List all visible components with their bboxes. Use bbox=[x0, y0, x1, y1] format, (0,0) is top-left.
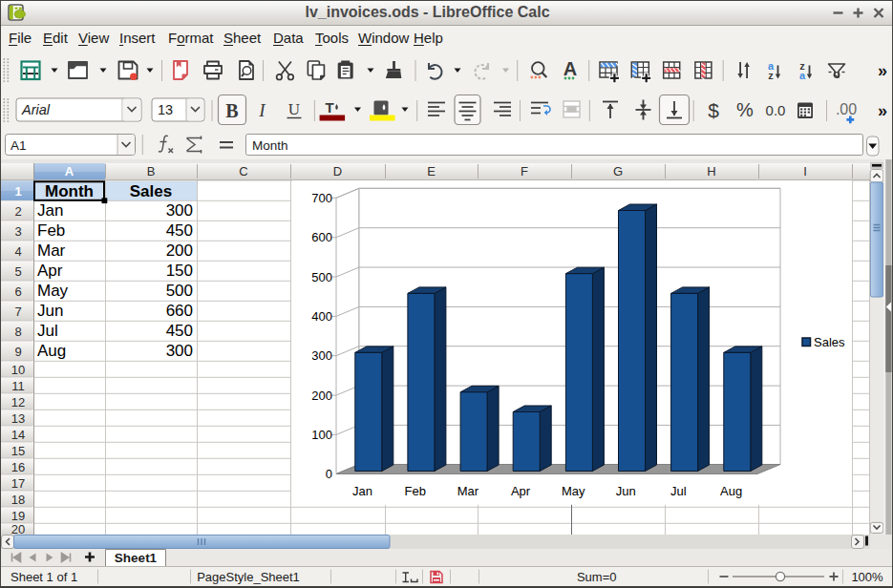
svg-text:20: 20 bbox=[11, 522, 25, 536]
svg-text:F: F bbox=[521, 164, 528, 178]
svg-text:Sales: Sales bbox=[814, 335, 845, 349]
svg-text:Jul: Jul bbox=[670, 484, 687, 498]
svg-text:Aug: Aug bbox=[37, 342, 66, 360]
svg-text:I: I bbox=[803, 164, 807, 178]
svg-text:Jun: Jun bbox=[616, 484, 636, 498]
svg-text:200: 200 bbox=[311, 388, 332, 403]
svg-text:300: 300 bbox=[166, 342, 193, 360]
svg-text:Mar: Mar bbox=[37, 242, 66, 260]
svg-text:Arial: Arial bbox=[21, 102, 51, 117]
svg-text:»: » bbox=[878, 101, 887, 120]
svg-text:a: a bbox=[799, 70, 806, 81]
svg-text:5: 5 bbox=[14, 264, 21, 279]
svg-text:660: 660 bbox=[166, 302, 193, 320]
svg-text:A: A bbox=[65, 164, 74, 178]
svg-text:Sum=0: Sum=0 bbox=[577, 570, 617, 584]
svg-text:I: I bbox=[258, 100, 266, 120]
svg-text:E: E bbox=[427, 164, 436, 178]
svg-text:Sheet1: Sheet1 bbox=[115, 551, 158, 565]
svg-text:17: 17 bbox=[11, 476, 25, 491]
svg-text:18: 18 bbox=[11, 493, 25, 507]
svg-text:Jul: Jul bbox=[37, 322, 58, 340]
svg-text:100: 100 bbox=[311, 428, 332, 442]
svg-text:4: 4 bbox=[14, 244, 21, 259]
svg-text:15: 15 bbox=[11, 444, 25, 458]
svg-text:450: 450 bbox=[166, 322, 193, 340]
svg-text:400: 400 bbox=[311, 309, 332, 324]
svg-text:Jan: Jan bbox=[352, 484, 372, 498]
svg-text:Jan: Jan bbox=[37, 201, 63, 220]
svg-text:Month: Month bbox=[252, 138, 288, 153]
svg-text:16: 16 bbox=[11, 460, 25, 474]
svg-text:Feb: Feb bbox=[404, 484, 425, 498]
svg-text:2: 2 bbox=[14, 204, 21, 219]
svg-text:Sales: Sales bbox=[130, 182, 172, 200]
svg-text:»: » bbox=[878, 61, 887, 80]
svg-text:U: U bbox=[288, 100, 300, 118]
svg-text:Aug: Aug bbox=[720, 484, 742, 498]
svg-text:7: 7 bbox=[14, 304, 21, 319]
svg-text:13: 13 bbox=[11, 411, 25, 426]
svg-text:C: C bbox=[239, 164, 247, 178]
svg-text:Apr: Apr bbox=[511, 484, 531, 498]
svg-text:$: $ bbox=[708, 99, 719, 121]
svg-text:%: % bbox=[736, 99, 754, 120]
svg-text:May: May bbox=[37, 282, 69, 300]
svg-text:300: 300 bbox=[166, 201, 193, 220]
svg-text:Sheet 1 of 1: Sheet 1 of 1 bbox=[11, 570, 77, 584]
svg-text:8: 8 bbox=[14, 325, 21, 339]
svg-text:D: D bbox=[333, 164, 342, 178]
svg-text:Jun: Jun bbox=[37, 302, 63, 320]
svg-text:500: 500 bbox=[311, 270, 332, 284]
svg-text:1: 1 bbox=[14, 184, 21, 199]
svg-text:Feb: Feb bbox=[37, 221, 65, 240]
svg-text:z: z bbox=[768, 70, 774, 81]
svg-text:150: 150 bbox=[166, 262, 193, 280]
svg-text:3: 3 bbox=[14, 224, 21, 239]
svg-text:11: 11 bbox=[11, 379, 25, 393]
svg-text:H: H bbox=[707, 164, 715, 178]
svg-text:19: 19 bbox=[11, 509, 25, 523]
svg-text:PageStyle_Sheet1: PageStyle_Sheet1 bbox=[197, 570, 300, 584]
svg-text:B: B bbox=[225, 100, 238, 121]
svg-text:A: A bbox=[563, 58, 577, 79]
svg-text:13: 13 bbox=[158, 102, 173, 117]
svg-text:.00: .00 bbox=[836, 101, 857, 117]
svg-text:450: 450 bbox=[166, 221, 193, 240]
svg-text:12: 12 bbox=[11, 395, 25, 410]
svg-text:300: 300 bbox=[311, 348, 332, 363]
svg-text:6: 6 bbox=[14, 284, 21, 299]
svg-text:0.0: 0.0 bbox=[766, 102, 786, 118]
svg-text:Mar: Mar bbox=[457, 484, 479, 498]
svg-text:A1: A1 bbox=[11, 138, 27, 153]
svg-text:T: T bbox=[325, 99, 333, 116]
svg-text:B: B bbox=[147, 164, 156, 178]
svg-text:10: 10 bbox=[11, 363, 25, 377]
svg-text:100%: 100% bbox=[851, 570, 883, 584]
svg-text:14: 14 bbox=[11, 428, 25, 442]
svg-text:Month: Month bbox=[45, 182, 94, 200]
svg-text:May: May bbox=[562, 484, 585, 498]
svg-text:200: 200 bbox=[166, 242, 193, 260]
svg-text:9: 9 bbox=[14, 345, 21, 359]
svg-text:0: 0 bbox=[326, 467, 332, 481]
svg-text:700: 700 bbox=[311, 191, 332, 205]
svg-text:G: G bbox=[613, 164, 623, 178]
svg-text:600: 600 bbox=[311, 230, 332, 244]
svg-text:Apr: Apr bbox=[37, 262, 63, 280]
svg-text:500: 500 bbox=[166, 282, 193, 300]
